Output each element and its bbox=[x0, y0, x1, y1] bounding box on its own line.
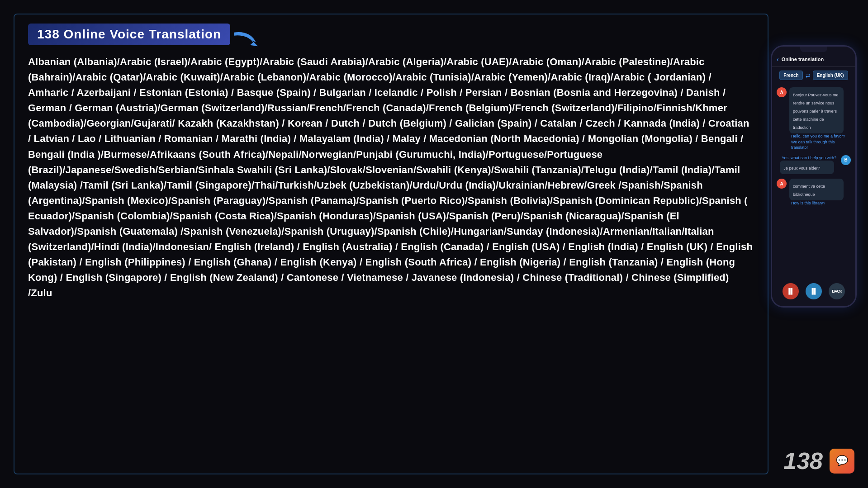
mic-a-icon: ▐▌ bbox=[787, 288, 794, 294]
phone-header-title: Online translation bbox=[782, 57, 824, 62]
avatar-a-3: A bbox=[777, 179, 787, 189]
phone-container: ‹ Online translation French ⇄ English (U… bbox=[771, 45, 857, 308]
mic-b-button[interactable]: ▐▌ bbox=[806, 283, 822, 299]
phone-notch bbox=[800, 47, 827, 52]
bubble-2: Je peux vous aider? bbox=[780, 161, 834, 174]
brand-icon: 💬 bbox=[830, 449, 854, 474]
message-row-1: A Bonjour Pouvez-vous me rendre un servi… bbox=[777, 87, 851, 151]
back-arrow-icon[interactable]: ‹ bbox=[777, 56, 779, 63]
translated-text-3: How is this library? bbox=[789, 200, 844, 206]
back-button[interactable]: BACK bbox=[829, 283, 845, 299]
chat-area: A Bonjour Pouvez-vous me rendre un servi… bbox=[772, 84, 855, 210]
bubble-text-1: Bonjour Pouvez-vous me rendre un service… bbox=[793, 93, 839, 130]
phone-header: ‹ Online translation bbox=[772, 53, 855, 67]
bubble-3: comment va cette bibliothèque bbox=[789, 179, 844, 200]
title-badge: 138 Online Voice Translation bbox=[28, 24, 230, 45]
lang-to-button[interactable]: English (UK) bbox=[813, 71, 848, 80]
arrow-decoration bbox=[230, 28, 262, 51]
mic-b-icon: ▐▌ bbox=[810, 288, 817, 294]
languages-text: Albanian (Albania)/Arabic (Israel)/Arabi… bbox=[28, 54, 754, 301]
main-container: 138 Online Voice Translation Albanian (A… bbox=[14, 14, 768, 474]
mic-a-button[interactable]: ▐▌ bbox=[783, 283, 799, 299]
swap-icon[interactable]: ⇄ bbox=[806, 72, 810, 79]
back-icon: BACK bbox=[832, 289, 842, 294]
message-row-2: B Yes, what can I help you with? Je peux… bbox=[777, 155, 851, 175]
lang-selector: French ⇄ English (UK) bbox=[772, 67, 855, 84]
brand-number: 138 bbox=[783, 447, 823, 474]
phone-frame: ‹ Online translation French ⇄ English (U… bbox=[771, 45, 857, 308]
brand-chat-icon: 💬 bbox=[836, 455, 848, 467]
message-row-3: A comment va cette bibliothèque How is t… bbox=[777, 179, 851, 206]
phone-controls: ▐▌ ▐▌ BACK bbox=[772, 283, 855, 299]
bubble-text-3: comment va cette bibliothèque bbox=[793, 184, 825, 197]
bubble-1: Bonjour Pouvez-vous me rendre un service… bbox=[789, 87, 844, 133]
phone-screen: ‹ Online translation French ⇄ English (U… bbox=[772, 47, 855, 306]
translated-text-1: Hello, can you do me a favor? We can tal… bbox=[789, 133, 851, 151]
lang-from-button[interactable]: French bbox=[779, 71, 802, 80]
branding: 138 💬 bbox=[783, 447, 854, 474]
avatar-a-1: A bbox=[777, 87, 787, 97]
page-title: 138 Online Voice Translation bbox=[37, 27, 221, 42]
translated-text-2: Yes, what can I help you with? bbox=[780, 155, 838, 161]
bubble-text-2: Je peux vous aider? bbox=[783, 166, 820, 171]
avatar-b-2: B bbox=[841, 155, 851, 165]
